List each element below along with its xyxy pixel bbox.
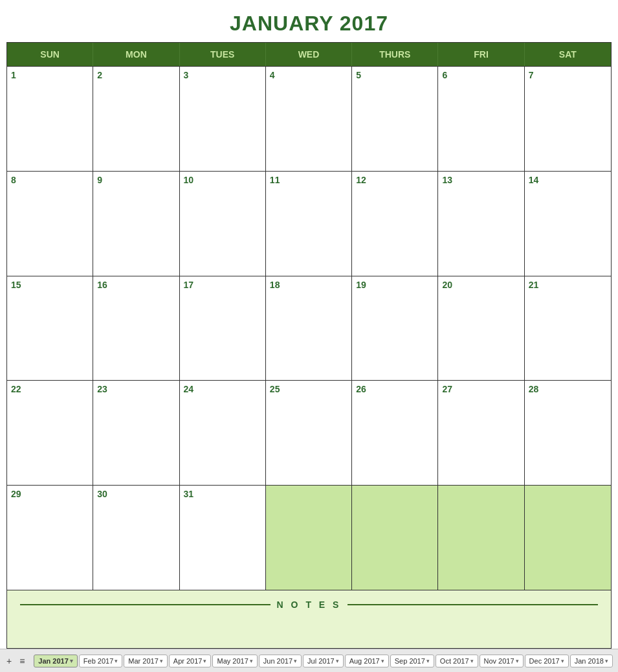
month-tab-label: Oct 2017 xyxy=(440,657,469,665)
day-header-sun: SUN xyxy=(7,43,93,66)
day-cell[interactable]: 7 xyxy=(525,67,611,171)
notes-line-right xyxy=(348,604,598,605)
day-number: 22 xyxy=(11,384,89,394)
chevron-down-icon: ▾ xyxy=(605,658,608,664)
day-cell[interactable]: 30 xyxy=(93,486,179,590)
week-row-2: 15161718192021 xyxy=(7,276,611,381)
day-cell[interactable]: 18 xyxy=(266,276,352,381)
day-number: 29 xyxy=(11,489,89,499)
day-cell[interactable]: 11 xyxy=(266,172,352,276)
chevron-down-icon: ▾ xyxy=(160,658,163,664)
day-cell[interactable]: 27 xyxy=(438,381,524,485)
day-number: 20 xyxy=(442,280,520,290)
chevron-down-icon: ▾ xyxy=(294,658,297,664)
month-tab-jun-2017[interactable]: Jun 2017▾ xyxy=(259,655,302,667)
day-cell[interactable] xyxy=(266,486,352,590)
day-number: 14 xyxy=(529,175,607,185)
day-header-mon: MON xyxy=(93,43,179,66)
day-number: 28 xyxy=(529,384,607,394)
day-cell[interactable]: 21 xyxy=(525,276,611,381)
day-header-tues: TUES xyxy=(180,43,266,66)
day-number: 21 xyxy=(529,280,607,290)
chevron-down-icon: ▾ xyxy=(561,658,564,664)
chevron-down-icon: ▾ xyxy=(70,658,73,664)
month-tab-label: Mar 2017 xyxy=(128,657,158,665)
day-cell[interactable]: 14 xyxy=(525,172,611,276)
day-number: 7 xyxy=(529,70,607,80)
day-number: 13 xyxy=(442,175,520,185)
day-header-thurs: THURS xyxy=(352,43,438,66)
day-cell[interactable] xyxy=(525,486,611,590)
day-cell[interactable]: 31 xyxy=(180,486,266,590)
day-number: 16 xyxy=(97,280,175,290)
day-cell[interactable]: 16 xyxy=(93,276,179,381)
notes-label: N O T E S xyxy=(277,599,342,610)
day-cell[interactable]: 2 xyxy=(93,67,179,171)
month-tab-label: Apr 2017 xyxy=(173,657,203,665)
calendar-grid: SUNMONTUESWEDTHURSFRISAT 123456789101112… xyxy=(6,42,612,649)
tab-list-button[interactable]: ≡ xyxy=(17,655,27,667)
day-cell[interactable]: 15 xyxy=(7,276,93,381)
day-cell[interactable]: 8 xyxy=(7,172,93,276)
day-cell[interactable]: 13 xyxy=(438,172,524,276)
day-number: 17 xyxy=(184,280,261,290)
day-number: 23 xyxy=(97,384,175,394)
month-tab-apr-2017[interactable]: Apr 2017▾ xyxy=(169,655,212,667)
day-number: 19 xyxy=(356,280,434,290)
month-tab-sep-2017[interactable]: Sep 2017▾ xyxy=(390,655,434,667)
month-tab-dec-2017[interactable]: Dec 2017▾ xyxy=(525,655,569,667)
day-number: 9 xyxy=(97,175,175,185)
month-tab-label: Aug 2017 xyxy=(349,657,380,665)
chevron-down-icon: ▾ xyxy=(115,658,118,664)
notes-title-row: N O T E S xyxy=(20,599,598,610)
month-tab-oct-2017[interactable]: Oct 2017▾ xyxy=(436,655,478,667)
day-cell[interactable] xyxy=(438,486,524,590)
day-cell[interactable]: 10 xyxy=(180,172,266,276)
day-number: 30 xyxy=(97,489,175,499)
day-cell[interactable]: 12 xyxy=(352,172,438,276)
day-number: 8 xyxy=(11,175,89,185)
day-number: 15 xyxy=(11,280,89,290)
month-tab-feb-2017[interactable]: Feb 2017▾ xyxy=(79,655,122,667)
month-tab-label: Dec 2017 xyxy=(529,657,560,665)
day-cell[interactable]: 23 xyxy=(93,381,179,485)
day-cell[interactable]: 4 xyxy=(266,67,352,171)
day-cell[interactable]: 29 xyxy=(7,486,93,590)
day-number: 4 xyxy=(270,70,348,80)
day-cell[interactable]: 9 xyxy=(93,172,179,276)
month-tab-jul-2017[interactable]: Jul 2017▾ xyxy=(303,655,344,667)
month-tab-label: Jan 2017 xyxy=(38,657,68,665)
month-tab-mar-2017[interactable]: Mar 2017▾ xyxy=(124,655,167,667)
calendar-container: JANUARY 2017 SUNMONTUESWEDTHURSFRISAT 12… xyxy=(0,0,618,649)
day-cell[interactable]: 22 xyxy=(7,381,93,485)
day-cell[interactable]: 28 xyxy=(525,381,611,485)
week-row-1: 891011121314 xyxy=(7,171,611,276)
month-tab-jan-2018[interactable]: Jan 2018▾ xyxy=(570,655,613,667)
day-cell[interactable]: 26 xyxy=(352,381,438,485)
day-cell[interactable]: 1 xyxy=(7,67,93,171)
day-cell[interactable]: 20 xyxy=(438,276,524,381)
month-tab-label: Jan 2018 xyxy=(575,657,604,665)
month-tab-may-2017[interactable]: May 2017▾ xyxy=(212,655,257,667)
day-cell[interactable]: 6 xyxy=(438,67,524,171)
day-header-row: SUNMONTUESWEDTHURSFRISAT xyxy=(7,43,611,66)
month-tab-jan-2017[interactable]: Jan 2017▾ xyxy=(34,655,77,667)
day-cell[interactable]: 25 xyxy=(266,381,352,485)
month-tab-label: Sep 2017 xyxy=(395,657,425,665)
calendar-title: JANUARY 2017 xyxy=(6,6,612,42)
day-cell[interactable]: 17 xyxy=(180,276,266,381)
day-cell[interactable]: 19 xyxy=(352,276,438,381)
day-cell[interactable]: 24 xyxy=(180,381,266,485)
day-number: 18 xyxy=(270,280,348,290)
chevron-down-icon: ▾ xyxy=(203,658,206,664)
day-cell[interactable]: 3 xyxy=(180,67,266,171)
day-cell[interactable]: 5 xyxy=(352,67,438,171)
chevron-down-icon: ▾ xyxy=(250,658,253,664)
day-number: 11 xyxy=(270,175,348,185)
tab-add-button[interactable]: + xyxy=(4,655,14,667)
weeks-container: 1234567891011121314151617181920212223242… xyxy=(7,66,611,590)
day-cell[interactable] xyxy=(352,486,438,590)
month-tab-aug-2017[interactable]: Aug 2017▾ xyxy=(345,655,389,667)
day-number: 31 xyxy=(184,489,261,499)
month-tab-nov-2017[interactable]: Nov 2017▾ xyxy=(480,655,524,667)
